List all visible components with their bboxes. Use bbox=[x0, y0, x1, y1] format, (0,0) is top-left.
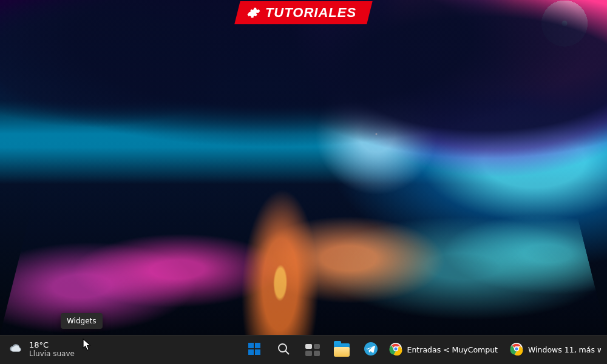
gear-icon bbox=[247, 6, 260, 19]
tutoriales-badge: TUTORIALES bbox=[234, 1, 373, 24]
chrome-window-2[interactable]: Windows 11, más widge bbox=[505, 337, 607, 363]
start-button[interactable] bbox=[241, 337, 268, 363]
window-title: Windows 11, más widge bbox=[528, 345, 601, 354]
chrome-window-1[interactable]: Entradas < MuyComput bbox=[384, 337, 504, 363]
svg-rect-3 bbox=[255, 349, 260, 355]
taskbar-running-apps: Entradas < MuyComput Windows 11, más wid… bbox=[384, 335, 607, 364]
badge-label: TUTORIALES bbox=[265, 5, 356, 21]
task-view-button[interactable] bbox=[299, 337, 326, 363]
telegram-button[interactable] bbox=[358, 337, 384, 363]
windows-logo-icon bbox=[247, 342, 262, 359]
widgets-tooltip: Widgets bbox=[61, 313, 103, 329]
window-title: Entradas < MuyComput bbox=[407, 345, 498, 354]
telegram-icon bbox=[364, 342, 378, 359]
task-view-icon bbox=[305, 344, 320, 356]
svg-point-4 bbox=[279, 344, 287, 352]
mouse-cursor bbox=[83, 339, 92, 352]
widgets-button[interactable]: 18°C Lluvia suave bbox=[0, 335, 83, 364]
weather-temperature: 18°C bbox=[29, 341, 75, 350]
file-explorer-button[interactable] bbox=[328, 337, 355, 363]
search-icon bbox=[276, 342, 291, 359]
search-button[interactable] bbox=[270, 337, 297, 363]
chrome-icon bbox=[510, 342, 523, 358]
weather-cloud-icon bbox=[8, 342, 23, 359]
weather-condition: Lluvia suave bbox=[29, 350, 75, 359]
svg-rect-1 bbox=[255, 343, 260, 348]
desktop-wallpaper[interactable] bbox=[0, 0, 607, 335]
chrome-icon bbox=[389, 342, 402, 358]
svg-line-5 bbox=[286, 351, 290, 354]
svg-rect-2 bbox=[248, 349, 254, 355]
folder-icon bbox=[334, 343, 350, 357]
svg-rect-0 bbox=[248, 343, 254, 348]
